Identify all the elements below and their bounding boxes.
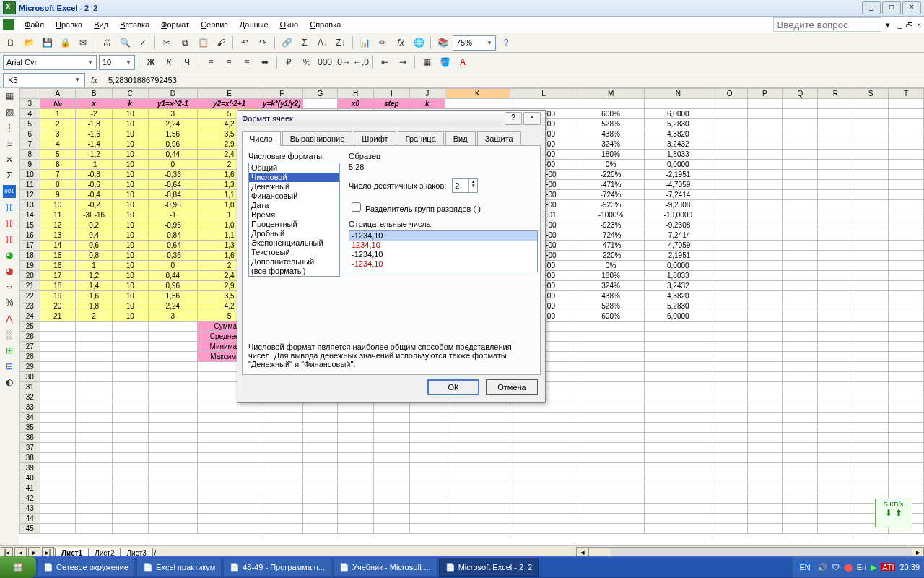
menu-Данные[interactable]: Данные [234,18,274,31]
col-header-D[interactable]: D [148,89,198,99]
name-box[interactable]: K5▼ [3,73,85,87]
dec-decimal-icon[interactable]: ←,0 [353,54,369,70]
open-icon[interactable]: 📂 [21,35,37,51]
format-option[interactable]: Денежный [249,182,339,191]
percent-icon[interactable]: % [299,54,315,70]
col-header-Q[interactable]: Q [783,89,818,99]
chart-area-icon[interactable]: ▨ [3,105,16,118]
tray-icon[interactable]: ▶ [871,563,876,572]
new-icon[interactable]: 🗋 [3,35,19,51]
lang-indicator[interactable]: EN [797,562,812,572]
format-option[interactable]: Дробный [249,229,339,238]
dialog-tab-Граница[interactable]: Граница [398,131,444,146]
chart-col3-icon[interactable]: ⫿⫿ [3,233,16,246]
format-option[interactable]: Экспоненциальный [249,238,339,248]
menu-Правка[interactable]: Правка [50,18,88,31]
sort-asc-icon[interactable]: A↓ [315,35,331,51]
tray-icon[interactable]: ⬤ [844,563,853,572]
font-size-combo[interactable]: 10▼ [99,55,135,70]
format-option[interactable]: (все форматы) [249,267,339,276]
format-painter-icon[interactable]: 🖌 [213,35,229,51]
format-option[interactable]: Финансовый [249,191,339,201]
ok-button[interactable]: ОК [427,379,479,395]
negative-option[interactable]: -1234,10 [349,231,537,241]
format-option[interactable]: Процентный [249,220,339,229]
taskbar-item[interactable]: 📄Учебник - Microsoft ... [333,558,437,577]
inc-decimal-icon[interactable]: ,0→ [335,54,351,70]
col-header-F[interactable]: F [261,89,302,99]
borders-icon[interactable]: ▦ [419,54,435,70]
menu-Вид[interactable]: Вид [88,18,114,31]
negative-option[interactable]: -1234,10 [349,250,537,259]
start-button[interactable]: 🪟 [0,556,36,577]
decimal-places-spinner[interactable]: ▲▼ [452,178,478,193]
menu-Сервис[interactable]: Сервис [195,18,234,31]
col-header-A[interactable]: A [40,89,75,99]
chart-xy-icon[interactable]: ⁘ [3,280,16,293]
currency-icon[interactable]: ₽ [281,54,297,70]
chart-pie2-icon[interactable]: ◕ [3,264,16,277]
clock[interactable]: 20:39 [899,563,920,571]
print-icon[interactable]: 🖨 [99,35,115,51]
copy-icon[interactable]: ⧉ [177,35,193,51]
col-header-N[interactable]: N [645,89,712,99]
autosum-icon[interactable]: Σ [297,35,313,51]
dialog-close-button[interactable]: × [523,112,541,125]
comma-icon[interactable]: 000 [317,54,333,70]
col-header-E[interactable]: E [198,89,261,99]
research-icon[interactable]: 📚 [435,35,450,51]
chart-surface-icon[interactable]: ░ [3,328,16,341]
close-button[interactable]: × [902,1,921,14]
font-color-icon[interactable]: A [455,54,471,70]
col-header-H[interactable]: H [338,89,373,99]
format-option[interactable]: Числовой [249,173,339,182]
col-header-L[interactable]: L [510,89,577,99]
chart-pivot-icon[interactable]: ⊞ [3,344,16,357]
menu-Формат[interactable]: Формат [155,18,195,31]
inc-indent-icon[interactable]: ⇥ [395,54,411,70]
system-tray[interactable]: EN 🔊 🛡 ⬤ En ▶ ATI 20:39 [793,556,924,577]
dialog-tab-Выравнивание[interactable]: Выравнивание [282,131,353,146]
bold-icon[interactable]: Ж [143,54,159,70]
chart-db-icon[interactable]: ⊟ [3,360,16,373]
underline-icon[interactable]: Ч [179,54,195,70]
help-icon[interactable]: ? [498,35,514,51]
mail-icon[interactable]: ✉ [75,35,91,51]
format-option[interactable]: Дополнительный [249,257,339,267]
undo-icon[interactable]: ↶ [237,35,253,51]
col-header-R[interactable]: R [818,89,853,99]
format-option[interactable]: Время [249,210,339,220]
menu-Окно[interactable]: Окно [274,18,305,31]
dialog-tab-Шрифт[interactable]: Шрифт [354,131,396,146]
drawing-icon[interactable]: ✏ [375,35,391,51]
col-header-G[interactable]: G [302,89,338,99]
col-header-C[interactable]: C [113,89,148,99]
chart-icon[interactable]: 📊 [357,35,372,51]
dialog-tab-Вид[interactable]: Вид [445,131,476,146]
minimize-button[interactable]: _ [862,1,881,14]
tray-icon[interactable]: 🔊 [817,563,827,572]
italic-icon[interactable]: К [161,54,177,70]
col-header-B[interactable]: B [76,89,113,99]
chart-line-icon[interactable]: ✕ [3,153,16,166]
thousands-separator-checkbox[interactable] [352,202,361,212]
taskbar-item[interactable]: 📄Сетевое окружение [37,558,135,577]
paste-icon[interactable]: 📋 [195,35,211,51]
col-header-P[interactable]: P [747,89,783,99]
chart-pct-icon[interactable]: % [3,296,16,309]
preview-icon[interactable]: 🔍 [117,35,133,51]
cut-icon[interactable]: ✂ [159,35,175,51]
select-all[interactable] [20,89,40,99]
col-header-M[interactable]: M [578,89,645,99]
hyperlink-icon[interactable]: 🔗 [279,35,295,51]
save-icon[interactable]: 💾 [39,35,55,51]
col-header-I[interactable]: I [373,89,409,99]
tray-icon[interactable]: 🛡 [832,563,840,571]
format-option[interactable]: Общий [249,163,339,173]
col-header-K[interactable]: K [445,89,510,99]
align-left-icon[interactable]: ≡ [203,54,219,70]
cancel-button[interactable]: Отмена [486,379,538,395]
spellcheck-icon[interactable]: ✓ [135,35,151,51]
format-option[interactable]: Дата [249,201,339,210]
col-header-T[interactable]: T [889,89,924,99]
